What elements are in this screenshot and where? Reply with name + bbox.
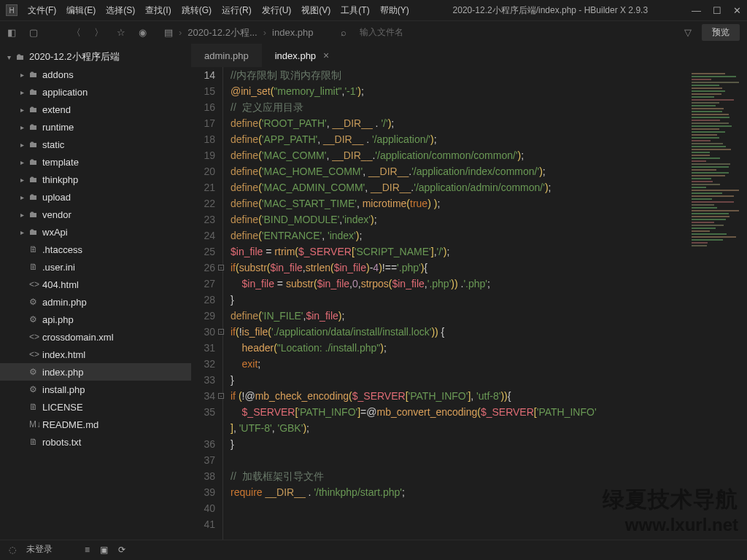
editor-tab[interactable]: admin.php (191, 44, 262, 67)
star-icon[interactable]: ☆ (117, 27, 125, 38)
menu-item[interactable]: 视图(V) (301, 4, 330, 17)
tree-item[interactable]: 🗎.htaccess (0, 241, 191, 258)
menu-item[interactable]: 运行(R) (222, 4, 252, 17)
maximize-icon[interactable]: ☐ (713, 5, 721, 16)
preview-button[interactable]: 预览 (702, 24, 740, 41)
code-line[interactable]: //内存限制 取消内存限制 (231, 67, 747, 83)
code-line[interactable]: // 定义应用目录 (231, 99, 747, 115)
search-input[interactable]: 输入文件名 (360, 26, 403, 39)
expand-arrow-icon[interactable]: ▸ (20, 71, 29, 79)
code-line[interactable]: if(!is_file('./application/data/install/… (231, 324, 747, 340)
expand-arrow-icon[interactable]: ▸ (20, 176, 29, 184)
sync-icon[interactable]: ⟳ (118, 545, 125, 555)
code-line[interactable]: define('IN_FILE',$in_file); (231, 308, 747, 324)
fold-icon[interactable]: - (218, 329, 224, 335)
close-icon[interactable]: ✕ (733, 5, 741, 16)
run-icon[interactable]: ◉ (139, 27, 147, 38)
tree-item[interactable]: ▸🖿upload (0, 188, 191, 206)
tree-item[interactable]: ▾🖿2020-12.2小程序后端 (0, 48, 191, 66)
code-line[interactable]: exit; (231, 356, 747, 372)
tree-item[interactable]: ▸🖿static (0, 136, 191, 153)
code-line[interactable]: $_SERVER['PATH_INFO']=@mb_convert_encodi… (231, 404, 747, 420)
tree-item[interactable]: 🗎LICENSE (0, 398, 191, 416)
nav-forward-icon[interactable]: 〉 (94, 26, 104, 39)
breadcrumb-project[interactable]: 2020-12.2小程... (187, 26, 257, 39)
login-status[interactable]: 未登录 (26, 543, 53, 556)
expand-arrow-icon[interactable]: ▸ (20, 123, 29, 131)
file-explorer[interactable]: ▾🖿2020-12.2小程序后端▸🖿addons▸🖿application▸🖿e… (0, 44, 191, 540)
menu-item[interactable]: 帮助(Y) (380, 4, 409, 17)
expand-arrow-icon[interactable]: ▸ (20, 88, 29, 96)
tree-item[interactable]: ▸🖿application (0, 83, 191, 101)
code-line[interactable]: } (231, 436, 747, 452)
code-line[interactable]: $in_file = substr($in_file,0,strpos($in_… (231, 276, 747, 292)
menu-item[interactable]: 查找(I) (145, 4, 171, 17)
expand-arrow-icon[interactable]: ▸ (20, 193, 29, 201)
expand-arrow-icon[interactable]: ▾ (7, 53, 16, 61)
search-file-icon[interactable]: ⌕ (341, 27, 347, 38)
fold-icon[interactable]: - (218, 265, 224, 271)
minimize-icon[interactable]: — (692, 5, 701, 16)
code-line[interactable]: define('ROOT_PATH', __DIR__ . '/'); (231, 115, 747, 131)
tree-item[interactable]: ⚙install.php (0, 381, 191, 398)
code-line[interactable] (231, 452, 747, 468)
code-line[interactable]: define('MAC_ADMIN_COMM', __DIR__.'/appli… (231, 179, 747, 195)
code-line[interactable]: } (231, 292, 747, 308)
code-line[interactable]: @ini_set("memory_limit",'-1'); (231, 83, 747, 99)
tab-close-icon[interactable]: × (323, 50, 329, 61)
code-source[interactable]: //内存限制 取消内存限制@ini_set("memory_limit",'-1… (223, 67, 747, 540)
code-line[interactable]: define('MAC_COMM', __DIR__.'/application… (231, 147, 747, 163)
code-line[interactable]: define('MAC_START_TIME', microtime(true)… (231, 195, 747, 211)
expand-arrow-icon[interactable]: ▸ (20, 228, 29, 236)
tree-item[interactable]: ▸🖿wxApi (0, 223, 191, 241)
tree-item[interactable]: <>index.html (0, 346, 191, 363)
expand-arrow-icon[interactable]: ▸ (20, 106, 29, 114)
expand-arrow-icon[interactable]: ▸ (20, 158, 29, 166)
tree-item[interactable]: <>404.html (0, 276, 191, 293)
code-line[interactable]: define('ENTRANCE', 'index'); (231, 228, 747, 244)
code-editor[interactable]: 141516171819202122232425-26272829-303132… (191, 67, 747, 540)
save-icon[interactable]: ▢ (29, 27, 38, 38)
tree-item[interactable]: ▸🖿vendor (0, 206, 191, 223)
tree-item[interactable]: ⚙index.php (0, 363, 191, 381)
code-line[interactable]: // 加载框架引导文件 (231, 468, 747, 484)
expand-arrow-icon[interactable]: ▸ (20, 141, 29, 149)
menu-item[interactable]: 文件(F) (28, 4, 56, 17)
code-line[interactable]: ], 'UTF-8', 'GBK'); (231, 420, 747, 436)
menu-item[interactable]: 选择(S) (106, 4, 135, 17)
tree-item[interactable]: M↓README.md (0, 416, 191, 433)
tree-item[interactable]: 🗎.user.ini (0, 258, 191, 276)
terminal-icon[interactable]: ▣ (100, 545, 108, 555)
tree-item[interactable]: ▸🖿thinkphp (0, 171, 191, 188)
code-line[interactable]: header("Location: ./install.php"); (231, 340, 747, 356)
code-line[interactable]: define('MAC_HOME_COMM', __DIR__.'/applic… (231, 163, 747, 179)
tree-item[interactable]: ⚙admin.php (0, 293, 191, 311)
tree-item[interactable]: ▸🖿addons (0, 66, 191, 83)
minimap[interactable] (692, 73, 743, 248)
code-line[interactable]: if(substr($in_file,strlen($in_file)-4)!=… (231, 260, 747, 276)
menu-item[interactable]: 工具(T) (341, 4, 369, 17)
tree-item[interactable]: ▸🖿runtime (0, 118, 191, 136)
tree-item[interactable]: ⚙api.php (0, 311, 191, 328)
menu-item[interactable]: 跳转(G) (182, 4, 212, 17)
tree-item[interactable]: <>crossdomain.xml (0, 328, 191, 346)
menu-item[interactable]: 编辑(E) (66, 4, 96, 17)
tree-item[interactable]: 🗎robots.txt (0, 433, 191, 451)
code-line[interactable]: if (!@mb_check_encoding($_SERVER['PATH_I… (231, 388, 747, 404)
filter-icon[interactable]: ▽ (684, 27, 692, 38)
editor-tab[interactable]: index.php× (262, 44, 343, 67)
list-icon[interactable]: ≡ (85, 545, 90, 555)
nav-back-icon[interactable]: 〈 (71, 26, 81, 39)
menu-item[interactable]: 发行(U) (262, 4, 292, 17)
breadcrumb-file[interactable]: index.php (272, 27, 313, 38)
expand-arrow-icon[interactable]: ▸ (20, 211, 29, 219)
code-line[interactable]: define('APP_PATH', __DIR__ . '/applicati… (231, 131, 747, 147)
code-line[interactable]: } (231, 372, 747, 388)
tree-item[interactable]: ▸🖿extend (0, 101, 191, 118)
tree-item[interactable]: ▸🖿template (0, 153, 191, 171)
code-line[interactable]: define('BIND_MODULE','index'); (231, 211, 747, 228)
panel-toggle-icon[interactable]: ◧ (7, 27, 16, 38)
fold-icon[interactable]: - (218, 393, 224, 399)
user-icon[interactable]: ◌ (9, 545, 16, 555)
code-line[interactable]: $in_file = rtrim($_SERVER['SCRIPT_NAME']… (231, 244, 747, 260)
